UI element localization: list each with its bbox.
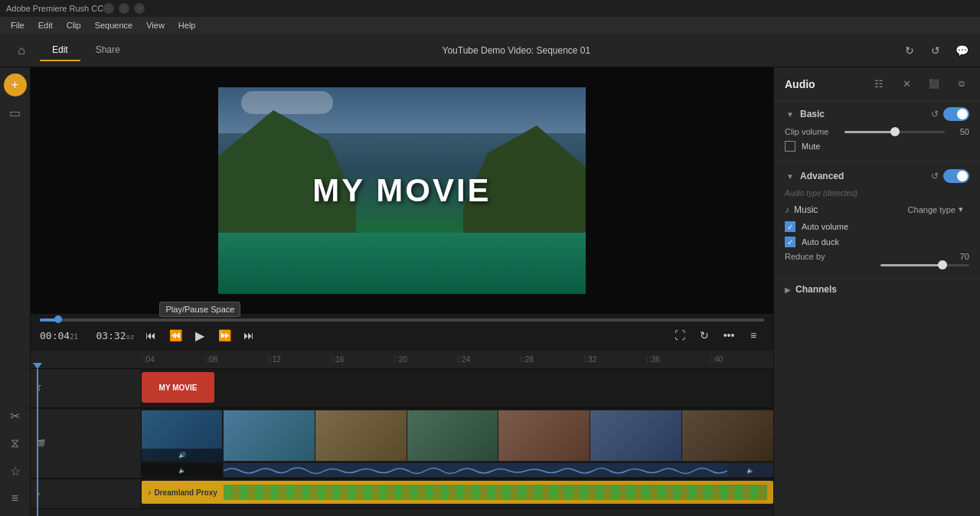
ruler-mark-9: :36 [647, 355, 710, 364]
reduce-by-slider[interactable] [880, 264, 970, 266]
dreamland-waveform [224, 485, 767, 500]
audio-track-row: ♪ ♪ Dreamland Proxy [31, 479, 773, 508]
basic-toggle[interactable]: ▼ [785, 109, 795, 119]
thumb-5 [590, 410, 681, 461]
channels-label: Channels [795, 284, 837, 295]
basic-reset-icon[interactable]: ↺ [931, 109, 939, 119]
menu-view[interactable]: View [140, 19, 171, 31]
text-track-content[interactable]: MY MOVIE [142, 369, 773, 407]
speaker-left-icon: 🔈 [178, 467, 186, 474]
text-track-row: T MY MOVIE [31, 369, 773, 407]
panel-icon-2[interactable]: ✕ [896, 73, 917, 95]
ruler-mark-7: :28 [521, 355, 584, 364]
transition-icon[interactable]: ⧖ [4, 432, 27, 455]
menu-sequence[interactable]: Sequence [89, 19, 139, 31]
progress-bar[interactable] [40, 318, 764, 322]
video-clip-main[interactable] [224, 410, 773, 461]
advanced-toggle-knob [957, 171, 968, 181]
audio-track-content[interactable]: ♪ Dreamland Proxy [142, 479, 773, 508]
app-title: Adobe Premiere Rush CC [6, 4, 103, 13]
panel-header-row: Audio ☷ ✕ ⬛ ⧉ [774, 67, 980, 101]
panel-icon-3[interactable]: ⬛ [923, 73, 945, 95]
dreamland-clip[interactable]: ♪ Dreamland Proxy [142, 481, 773, 504]
clip-volume-fill [844, 131, 895, 133]
reduce-by-handle[interactable] [938, 260, 947, 269]
step-back-button[interactable]: ⏪ [165, 325, 186, 346]
home-button[interactable]: ⌂ [9, 38, 34, 63]
video-track-content[interactable]: 🔊 [142, 409, 773, 478]
undo-icon[interactable]: ↺ [926, 41, 945, 60]
audio-track-label: ♪ [31, 479, 142, 508]
panel-icon-4[interactable]: ⧉ [951, 73, 972, 95]
auto-duck-checkbox[interactable]: ✓ [785, 237, 795, 247]
close-button[interactable]: ✕ [134, 3, 145, 14]
advanced-reset-icon[interactable]: ↺ [931, 171, 939, 181]
basic-section: ▼ Basic ↺ Clip volume 50 [774, 101, 980, 163]
ruler-mark-8: :32 [584, 355, 648, 364]
change-type-button[interactable]: Change type ▾ [902, 202, 969, 217]
skip-back-button[interactable]: ⏮ [140, 325, 162, 346]
basic-section-header: ▼ Basic ↺ [785, 107, 969, 121]
step-forward-button[interactable]: ⏩ [214, 325, 235, 346]
play-pause-button[interactable]: ▶ [189, 325, 211, 346]
thumb-2 [315, 410, 407, 461]
music-note-icon: ♪ [785, 204, 789, 215]
text-clip-mymovie[interactable]: MY MOVIE [142, 372, 214, 403]
playback-controls: 00:0421 03:32oz ⏮ ⏪ ▶ Play/Pause Space ⏩… [31, 314, 773, 351]
audio-type-label: Music [794, 204, 897, 215]
settings-button[interactable]: ≡ [743, 325, 764, 346]
advanced-section: ▼ Advanced ↺ Audio type (detected) ♪ Mus… [774, 163, 980, 278]
reduce-by-fill [880, 264, 943, 266]
panel-icon-1[interactable]: ☷ [868, 73, 890, 95]
dreamland-music-icon: ♪ [148, 488, 152, 496]
maximize-button[interactable]: □ [119, 3, 129, 14]
app-header: ⌂ Edit Share YouTube Demo Video: Sequenc… [0, 34, 980, 67]
video-title-overlay: MY MOVIE [312, 172, 491, 209]
main-area: + ▭ ✂ ⧖ ☆ ≡ MY MOVIE [0, 67, 980, 516]
document-title: YouTube Demo Video: Sequence 01 [132, 45, 900, 56]
add-button[interactable]: + [4, 73, 27, 96]
menu-edit[interactable]: Edit [32, 19, 59, 31]
channels-section[interactable]: ▶ Channels [774, 278, 980, 301]
auto-volume-checkbox[interactable]: ✓ [785, 221, 795, 232]
preview-area: MY MOVIE 00:0421 03:32oz ⏮ ⏪ [31, 67, 773, 351]
check-mark-2: ✓ [787, 238, 793, 247]
advanced-toggle[interactable]: ▼ [785, 171, 795, 181]
tab-share[interactable]: Share [83, 40, 132, 61]
clip-volume-handle[interactable] [890, 127, 900, 136]
mute-checkbox[interactable] [785, 141, 795, 152]
thumb-4 [498, 410, 590, 461]
progress-handle[interactable] [54, 315, 62, 323]
skip-forward-button[interactable]: ⏭ [238, 325, 260, 346]
cut-icon[interactable]: ✂ [4, 404, 27, 427]
thumb-1 [224, 410, 315, 461]
media-icon[interactable]: ▭ [4, 101, 27, 124]
more-options-button[interactable]: ••• [718, 325, 740, 346]
audio-type-row: ♪ Music Change type ▾ [785, 202, 969, 217]
refresh-icon[interactable]: ↻ [900, 41, 919, 60]
comment-icon[interactable]: 💬 [952, 41, 971, 60]
basic-toggle-knob [957, 109, 968, 119]
basic-toggle-switch[interactable] [943, 107, 969, 121]
menu-help[interactable]: Help [172, 19, 202, 31]
panel-icons: ☷ ✕ ⬛ ⧉ [868, 73, 972, 95]
menu-file[interactable]: File [5, 19, 31, 31]
title-bar: Adobe Premiere Rush CC ─ □ ✕ [0, 0, 980, 17]
clip-volume-slider[interactable] [844, 131, 945, 133]
fx-icon[interactable]: ☆ [4, 459, 27, 482]
advanced-toggle-switch[interactable] [943, 169, 969, 183]
loop-button[interactable]: ↻ [694, 325, 715, 346]
menu-clip[interactable]: Clip [60, 19, 87, 31]
menu-bar: File Edit Clip Sequence View Help [0, 17, 980, 34]
mute-row: Mute [785, 141, 969, 152]
minimize-button[interactable]: ─ [103, 3, 114, 14]
auto-duck-row: ✓ Auto duck [785, 237, 969, 247]
list-icon[interactable]: ≡ [4, 487, 27, 510]
video-clip-start[interactable]: 🔊 [142, 410, 222, 461]
tab-edit[interactable]: Edit [40, 40, 80, 61]
waveform-svg [224, 463, 727, 477]
timeline-bottom: ✂ ≡ [31, 508, 773, 516]
fullscreen-button[interactable]: ⛶ [669, 325, 691, 346]
mute-label: Mute [802, 142, 820, 151]
center-area: MY MOVIE 00:0421 03:32oz ⏮ ⏪ [31, 67, 773, 516]
